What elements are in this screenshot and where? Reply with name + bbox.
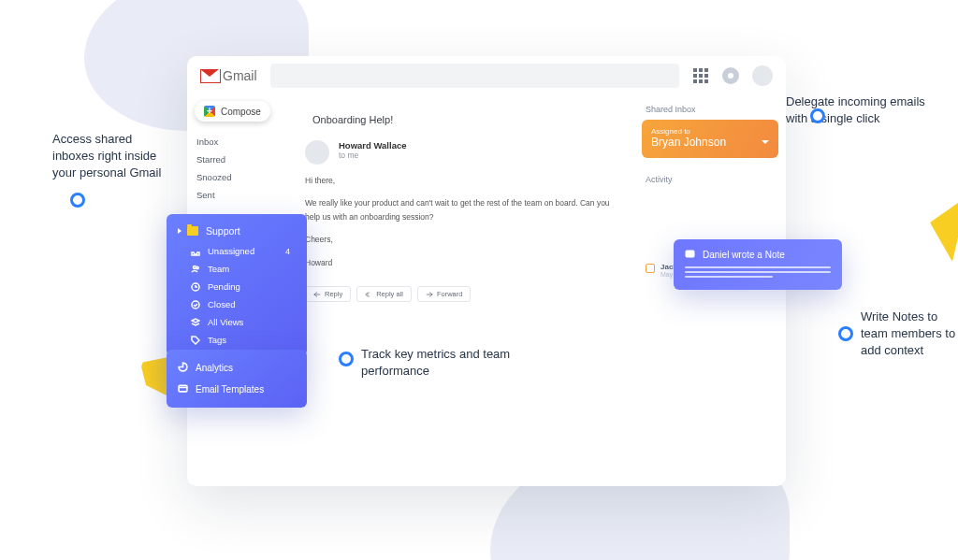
email-templates-item[interactable]: Email Templates: [167, 379, 307, 400]
support-panel: Support Unassigned4 Team Pending Closed …: [167, 214, 307, 356]
email-greeting: Hi there,: [305, 174, 623, 187]
callout-analytics: Track key metrics and team performance: [361, 346, 511, 380]
sidebar-item-starred[interactable]: Starred: [195, 151, 284, 168]
notifications-icon[interactable]: [722, 67, 739, 84]
email-subject: Onboarding Help!: [312, 114, 623, 125]
gmail-icon: [200, 69, 219, 82]
chevron-down-icon[interactable]: [762, 140, 769, 144]
email-body: Hi there, We really like your product an…: [305, 174, 623, 269]
tag-icon: [191, 336, 200, 345]
note-line: [685, 266, 831, 268]
marker-shared-inbox: [70, 193, 85, 208]
gmail-logo[interactable]: Gmail: [200, 68, 257, 83]
brand-label: Gmail: [223, 68, 257, 83]
users-icon: [191, 265, 200, 274]
support-header[interactable]: Support: [167, 222, 307, 242]
note-icon: [685, 249, 695, 261]
sender-name: Howard Wallace: [339, 140, 407, 151]
callout-notes: Write Notes to team members to add conte…: [861, 309, 958, 360]
reply-all-button[interactable]: Reply all: [356, 286, 412, 302]
email-signature: Howard: [305, 256, 623, 269]
sender-avatar[interactable]: [305, 140, 329, 165]
sidebar-item-snoozed[interactable]: Snoozed: [195, 168, 284, 186]
activity-title: Activity: [642, 175, 778, 184]
assigned-card[interactable]: Assigned to Bryan Johnson: [642, 120, 778, 158]
email-view: Onboarding Help! Howard Wallace to me Hi…: [292, 95, 636, 486]
search-input[interactable]: [270, 64, 679, 88]
note-title: Daniel wrote a Note: [703, 250, 785, 260]
note-line: [685, 276, 773, 278]
shared-inbox-title: Shared Inbox: [642, 105, 778, 114]
note-line: [685, 271, 831, 273]
chevron-right-icon: [178, 228, 181, 234]
email-actions: Reply Reply all Forward: [305, 286, 623, 302]
clock-icon: [191, 282, 200, 292]
sidebar-item-inbox[interactable]: Inbox: [195, 133, 284, 151]
support-item-tags[interactable]: Tags: [167, 331, 307, 349]
mail-icon: [646, 264, 655, 273]
apps-icon[interactable]: [692, 67, 709, 84]
analytics-item[interactable]: Analytics: [167, 357, 307, 379]
reply-button[interactable]: Reply: [305, 286, 351, 302]
layers-icon: [191, 318, 200, 327]
sidebar-item-sent[interactable]: Sent: [195, 186, 284, 204]
support-item-team[interactable]: Team: [167, 260, 307, 278]
assigned-name: Bryan Johnson: [651, 136, 769, 149]
email-closing: Cheers,: [305, 233, 623, 246]
analytics-panel: Analytics Email Templates: [167, 350, 307, 408]
compose-button[interactable]: Compose: [195, 101, 270, 122]
right-rail: Shared Inbox Assigned to Bryan Johnson A…: [636, 95, 786, 486]
forward-button[interactable]: Forward: [417, 286, 472, 302]
topbar-actions: [692, 65, 773, 86]
template-icon: [178, 383, 188, 395]
svg-rect-4: [179, 385, 187, 392]
sender-row: Howard Wallace to me: [305, 140, 623, 165]
check-circle-icon: [191, 300, 200, 309]
compose-plus-icon: [204, 106, 215, 117]
compose-label: Compose: [221, 107, 261, 117]
decorative-leaf: [930, 196, 958, 262]
svg-point-0: [194, 266, 196, 268]
folder-icon: [187, 226, 198, 236]
support-item-pending[interactable]: Pending: [167, 278, 307, 295]
svg-rect-5: [686, 251, 694, 257]
email-body-text: We really like your product and can't wa…: [305, 196, 623, 223]
callout-delegate: Delegate incoming emails with a single c…: [786, 93, 926, 127]
support-item-allviews[interactable]: All Views: [167, 313, 307, 331]
svg-point-1: [196, 266, 198, 268]
marker-notes: [838, 326, 853, 341]
recipient-label: to me: [339, 151, 407, 160]
note-card[interactable]: Daniel wrote a Note: [674, 239, 842, 290]
marker-analytics: [339, 352, 354, 366]
pie-chart-icon: [178, 362, 188, 374]
marker-delegate: [810, 108, 825, 123]
assigned-label: Assigned to: [651, 127, 769, 136]
topbar: Gmail: [187, 56, 786, 95]
callout-shared-inbox: Access shared inboxes right inside your …: [52, 131, 174, 182]
support-item-unassigned[interactable]: Unassigned4: [167, 242, 307, 260]
tray-icon: [191, 247, 200, 256]
avatar[interactable]: [752, 65, 773, 86]
support-item-closed[interactable]: Closed: [167, 295, 307, 313]
